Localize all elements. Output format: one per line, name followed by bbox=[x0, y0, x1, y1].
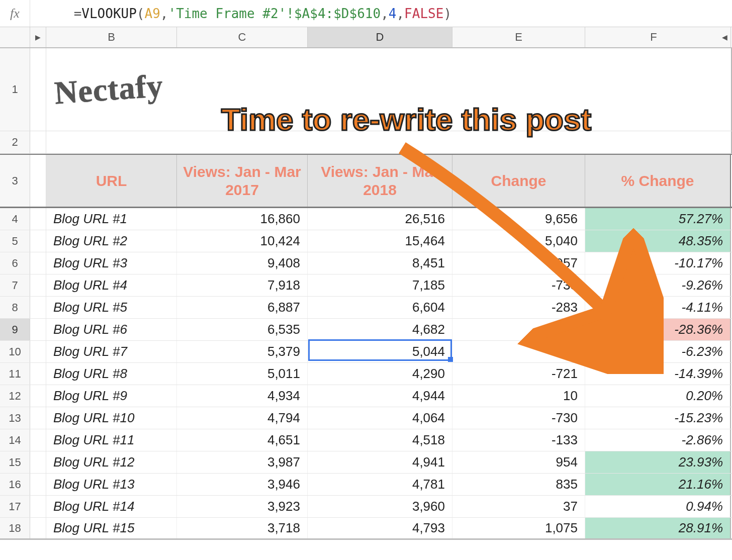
cell-views-2017[interactable]: 4,934 bbox=[177, 385, 308, 407]
cell-views-2018[interactable]: 4,781 bbox=[308, 474, 452, 495]
cell-pct-change[interactable]: 23.93% bbox=[585, 451, 731, 473]
cell-pct-change[interactable]: -15.23% bbox=[585, 407, 731, 429]
cell-views-2017[interactable]: 4,651 bbox=[177, 429, 308, 451]
cell-url[interactable]: Blog URL #5 bbox=[46, 297, 177, 318]
column-group-expand-icon[interactable]: ▶ bbox=[30, 27, 46, 47]
cell-change[interactable]: 835 bbox=[452, 474, 585, 495]
cell-views-2018[interactable]: 3,960 bbox=[308, 496, 452, 517]
row-header-4[interactable]: 4 bbox=[0, 208, 30, 230]
cell-views-2017[interactable]: 4,794 bbox=[177, 407, 308, 429]
cell-views-2017[interactable]: 7,918 bbox=[177, 274, 308, 296]
cell-change[interactable]: -1,853 bbox=[452, 319, 585, 340]
cell-change[interactable]: 1,075 bbox=[452, 518, 585, 538]
cell-views-2017[interactable]: 16,860 bbox=[177, 208, 308, 230]
cell-change[interactable]: 954 bbox=[452, 451, 585, 473]
header-url[interactable]: URL bbox=[46, 155, 177, 207]
header-views-2018[interactable]: Views: Jan - Mar 2018 bbox=[308, 155, 452, 207]
row-header-18[interactable]: 18 bbox=[0, 518, 30, 538]
row-header-7[interactable]: 7 bbox=[0, 274, 30, 296]
header-pct-change[interactable]: % Change bbox=[585, 155, 731, 207]
cell-url[interactable]: Blog URL #15 bbox=[46, 518, 177, 538]
cell-change[interactable]: -335 bbox=[452, 341, 585, 362]
cell-views-2018[interactable]: 4,944 bbox=[308, 385, 452, 407]
column-group-collapse-icon[interactable]: ◀ bbox=[722, 33, 727, 41]
cell-url[interactable]: Blog URL #6 bbox=[46, 319, 177, 340]
cell-views-2018[interactable]: 7,185 bbox=[308, 274, 452, 296]
cell-pct-change[interactable]: -6.23% bbox=[585, 341, 731, 362]
column-header-B[interactable]: B bbox=[46, 27, 177, 47]
cell-views-2018[interactable]: 6,604 bbox=[308, 297, 452, 318]
row-header-2[interactable]: 2 bbox=[0, 131, 30, 153]
cell-views-2017[interactable]: 3,923 bbox=[177, 496, 308, 517]
row-header-9[interactable]: 9 bbox=[0, 319, 30, 340]
cell-pct-change[interactable]: 28.91% bbox=[585, 518, 731, 538]
cell-views-2018[interactable]: 4,682 bbox=[308, 319, 452, 340]
cell-url[interactable]: Blog URL #11 bbox=[46, 429, 177, 451]
cell-views-2018[interactable]: 26,516 bbox=[308, 208, 452, 230]
cell-views-2017[interactable]: 6,535 bbox=[177, 319, 308, 340]
cell-pct-change[interactable]: -14.39% bbox=[585, 363, 731, 385]
cell-pct-change[interactable]: -10.17% bbox=[585, 252, 731, 274]
cell-url[interactable]: Blog URL #3 bbox=[46, 252, 177, 274]
cell-pct-change[interactable]: -2.86% bbox=[585, 429, 731, 451]
spacer-cell[interactable] bbox=[46, 131, 732, 153]
select-all-corner[interactable] bbox=[0, 27, 30, 47]
cell-url[interactable]: Blog URL #1 bbox=[46, 208, 177, 230]
cell-views-2017[interactable]: 5,011 bbox=[177, 363, 308, 385]
cell-pct-change[interactable]: -4.11% bbox=[585, 297, 731, 318]
cell-change[interactable]: -133 bbox=[452, 429, 585, 451]
cell-views-2018[interactable]: 4,518 bbox=[308, 429, 452, 451]
column-header-C[interactable]: C bbox=[177, 27, 308, 47]
cell-views-2018[interactable]: 4,064 bbox=[308, 407, 452, 429]
cell-url[interactable]: Blog URL #4 bbox=[46, 274, 177, 296]
cell-change[interactable]: 5,040 bbox=[452, 230, 585, 252]
column-header-F[interactable]: F ◀ bbox=[585, 27, 731, 47]
cell-views-2017[interactable]: 3,718 bbox=[177, 518, 308, 538]
row-header-12[interactable]: 12 bbox=[0, 385, 30, 407]
cell-url[interactable]: Blog URL #2 bbox=[46, 230, 177, 252]
row-header-6[interactable]: 6 bbox=[0, 252, 30, 274]
row-header-3[interactable]: 3 bbox=[0, 155, 30, 207]
cell-pct-change[interactable]: 21.16% bbox=[585, 474, 731, 495]
cell-views-2017[interactable]: 9,408 bbox=[177, 252, 308, 274]
row-header-13[interactable]: 13 bbox=[0, 407, 30, 429]
row-header-1[interactable]: 1 bbox=[0, 48, 30, 131]
cell-pct-change[interactable]: -9.26% bbox=[585, 274, 731, 296]
row-header-11[interactable]: 11 bbox=[0, 363, 30, 385]
cell-views-2017[interactable]: 3,946 bbox=[177, 474, 308, 495]
cell-views-2018[interactable]: 4,290 bbox=[308, 363, 452, 385]
cell-views-2017[interactable]: 3,987 bbox=[177, 451, 308, 473]
cell-url[interactable]: Blog URL #8 bbox=[46, 363, 177, 385]
cell-views-2018[interactable]: 4,793 bbox=[308, 518, 452, 538]
cell-url[interactable]: Blog URL #14 bbox=[46, 496, 177, 517]
column-header-D[interactable]: D bbox=[308, 27, 452, 47]
cell-url[interactable]: Blog URL #7 bbox=[46, 341, 177, 362]
row-header-14[interactable]: 14 bbox=[0, 429, 30, 451]
cell-pct-change[interactable]: 0.20% bbox=[585, 385, 731, 407]
cell-views-2018[interactable]: 4,941 bbox=[308, 451, 452, 473]
cell-views-2018[interactable]: 8,451 bbox=[308, 252, 452, 274]
row-header-8[interactable]: 8 bbox=[0, 297, 30, 318]
cell-change[interactable]: 9,656 bbox=[452, 208, 585, 230]
cell-views-2018[interactable]: 5,044 bbox=[308, 341, 452, 362]
cell-change[interactable]: -957 bbox=[452, 252, 585, 274]
header-views-2017[interactable]: Views: Jan - Mar 2017 bbox=[177, 155, 308, 207]
column-header-E[interactable]: E bbox=[452, 27, 585, 47]
cell-change[interactable]: -733 bbox=[452, 274, 585, 296]
row-header-10[interactable]: 10 bbox=[0, 341, 30, 362]
cell-url[interactable]: Blog URL #10 bbox=[46, 407, 177, 429]
cell-change[interactable]: 37 bbox=[452, 496, 585, 517]
cell-url[interactable]: Blog URL #12 bbox=[46, 451, 177, 473]
row-header-15[interactable]: 15 bbox=[0, 451, 30, 473]
cell-url[interactable]: Blog URL #9 bbox=[46, 385, 177, 407]
title-merged-cell[interactable]: Nectafy bbox=[46, 48, 732, 131]
cell-views-2017[interactable]: 10,424 bbox=[177, 230, 308, 252]
header-change[interactable]: Change bbox=[452, 155, 585, 207]
row-header-17[interactable]: 17 bbox=[0, 496, 30, 517]
cell-change[interactable]: 10 bbox=[452, 385, 585, 407]
cell-change[interactable]: -721 bbox=[452, 363, 585, 385]
row-header-5[interactable]: 5 bbox=[0, 230, 30, 252]
cell-views-2018[interactable]: 15,464 bbox=[308, 230, 452, 252]
spreadsheet-grid[interactable]: ▶ B C D E F ◀ 1 Nectafy 2 3 URL bbox=[0, 27, 732, 540]
cell-views-2017[interactable]: 5,379 bbox=[177, 341, 308, 362]
